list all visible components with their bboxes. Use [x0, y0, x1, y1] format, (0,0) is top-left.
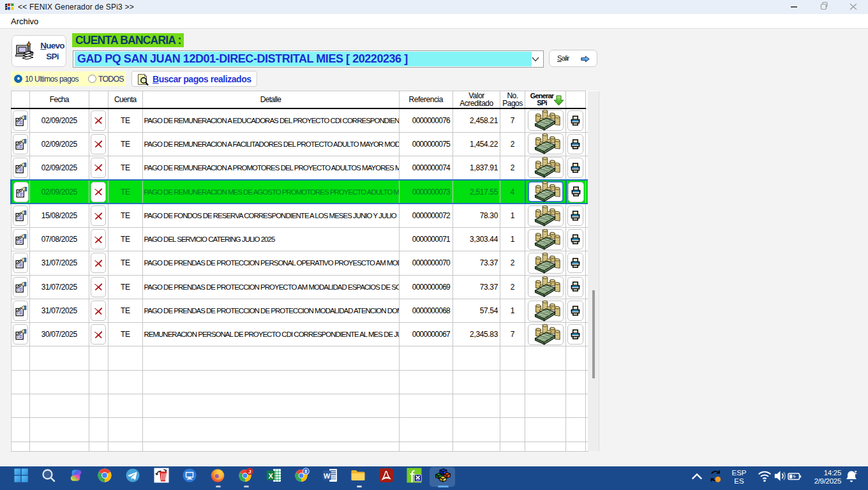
svg-text:z: z [854, 469, 857, 475]
svg-text:J: J [248, 469, 251, 475]
svg-text:sis: sis [416, 479, 420, 482]
svg-text:W: W [324, 472, 331, 480]
svg-text:X: X [269, 472, 274, 480]
